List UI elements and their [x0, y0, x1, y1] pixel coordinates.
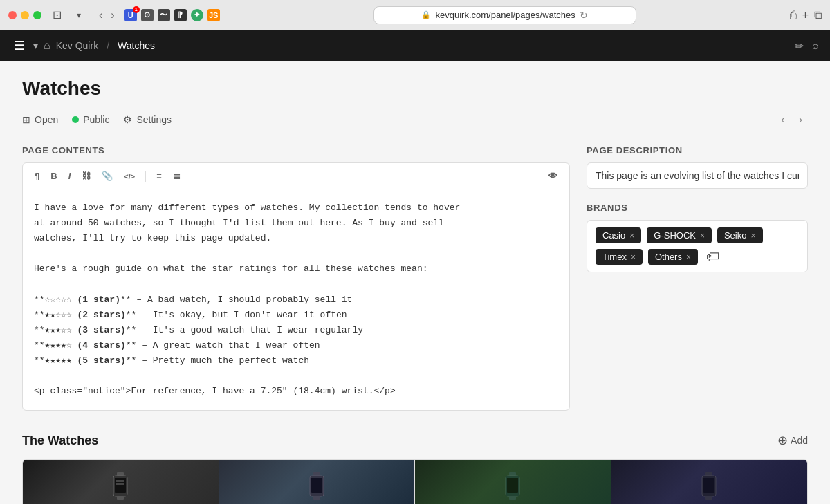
watch-image-w86: [611, 460, 808, 504]
extension-icon-1[interactable]: U 1: [124, 9, 137, 21]
svg-rect-14: [706, 472, 712, 476]
toolbar-separator-1: [145, 171, 146, 182]
watch-icon-f91w: [110, 472, 131, 503]
page-title: Watches: [22, 77, 808, 100]
brand-tag-timex-remove-button[interactable]: ×: [631, 253, 636, 261]
settings-icon: ⚙: [123, 114, 132, 125]
search-button[interactable]: ⌕: [812, 39, 819, 52]
toolbar-code-button[interactable]: </>: [120, 170, 138, 183]
editor-content-area[interactable]: I have a love for many different types o…: [23, 189, 569, 410]
toolbar-ordered-list-button[interactable]: ≣: [169, 169, 184, 183]
main-content: Watches ⊞ Open Public ⚙ Settings ‹ › Pag…: [0, 61, 830, 504]
nav-dropdown-button[interactable]: ▾: [33, 40, 38, 51]
breadcrumb-home-link[interactable]: Kev Quirk: [56, 40, 98, 51]
watch-card-f94w: Casio F-94W Casio ···: [415, 460, 611, 504]
page-description-section-title: Page Description: [587, 145, 808, 156]
next-page-button[interactable]: ›: [793, 111, 808, 129]
brands-section-title: Brands: [587, 203, 808, 213]
svg-rect-13: [509, 496, 516, 500]
brand-tag-seiko-label: Seiko: [724, 230, 747, 241]
svg-rect-2: [115, 478, 126, 493]
open-icon: ⊞: [22, 114, 30, 125]
reload-button[interactable]: ↻: [580, 10, 588, 21]
toolbar-unordered-list-button[interactable]: ≡: [153, 169, 165, 183]
watch-image-f84w: [219, 460, 415, 504]
svg-rect-6: [313, 472, 320, 476]
breadcrumb-current-page: Watches: [118, 40, 155, 51]
public-status-button[interactable]: Public: [72, 114, 109, 125]
tabs-overview-button[interactable]: ⧉: [814, 9, 822, 21]
svg-rect-4: [116, 480, 124, 482]
svg-rect-16: [703, 478, 714, 493]
extension-icon-5[interactable]: ✦: [191, 9, 203, 21]
brand-tag-timex-label: Timex: [602, 252, 627, 262]
public-label: Public: [83, 114, 109, 125]
watch-image-f94w: [415, 460, 611, 504]
page-actions-row: ⊞ Open Public ⚙ Settings ‹ ›: [22, 111, 808, 129]
close-window-button[interactable]: [8, 11, 17, 19]
toolbar-link-button[interactable]: ⛓: [78, 169, 94, 183]
brand-tag-casio-remove-button[interactable]: ×: [629, 232, 634, 240]
extension-icon-3[interactable]: 〜: [158, 9, 170, 21]
previous-page-button[interactable]: ‹: [775, 111, 790, 129]
toolbar-paragraph-button[interactable]: ¶: [31, 169, 43, 183]
minimize-window-button[interactable]: [21, 11, 29, 19]
toolbar-attach-button[interactable]: 📎: [98, 169, 116, 183]
svg-rect-10: [509, 472, 516, 476]
open-label: Open: [35, 114, 58, 125]
brand-tag-gshock: G-SHOCK ×: [647, 227, 712, 243]
watches-section: The Watches ⊕ Add: [22, 433, 808, 504]
extension-icon-4[interactable]: ⁋: [174, 9, 187, 21]
editor-toolbar: ¶ B I ⛓ 📎 </> ≡ ≣ 👁: [23, 163, 569, 189]
forward-button[interactable]: ›: [108, 8, 117, 23]
svg-rect-9: [313, 496, 320, 500]
toolbar-visibility-button[interactable]: 👁: [545, 169, 561, 183]
address-bar-container: 🔒 kevquirk.com/panel/pages/watches ↻: [227, 6, 783, 24]
watch-icon-w86: [699, 472, 719, 503]
new-tab-button[interactable]: +: [802, 9, 809, 21]
watch-card-f84w: Casio F-84W Casio ···: [219, 460, 416, 504]
svg-rect-17: [706, 496, 712, 500]
brand-tag-casio: Casio ×: [596, 227, 641, 243]
add-watch-icon: ⊕: [777, 433, 788, 448]
add-brand-tag-button[interactable]: 🏷: [706, 249, 720, 265]
extension-icon-6[interactable]: JS: [208, 9, 220, 21]
sidebar-column: Page Description Brands Casio × G-SHOCK …: [587, 145, 808, 411]
page-contents-section-title: Page Contents: [22, 145, 570, 156]
extension-badge: 1: [133, 6, 140, 13]
hamburger-menu-button[interactable]: ☰: [11, 35, 28, 56]
add-watch-button[interactable]: ⊕ Add: [777, 433, 808, 448]
browser-navigation: ‹ ›: [96, 8, 118, 23]
page-description-input[interactable]: [587, 162, 808, 189]
extension-icons: U 1 ⊙ 〜 ⁋ ✦ JS: [124, 9, 220, 21]
watch-icon-f94w: [502, 472, 523, 503]
open-page-button[interactable]: ⊞ Open: [22, 114, 58, 125]
brand-tag-others-remove-button[interactable]: ×: [686, 253, 691, 261]
settings-label: Settings: [136, 114, 172, 125]
sidebar-dropdown-button[interactable]: ▾: [73, 9, 85, 21]
edit-page-button[interactable]: ✏: [795, 39, 804, 53]
maximize-window-button[interactable]: [33, 11, 42, 19]
toolbar-italic-button[interactable]: I: [65, 169, 75, 183]
page-navigation-arrows: ‹ ›: [775, 111, 808, 129]
add-watch-label: Add: [791, 435, 808, 446]
sidebar-toggle-button[interactable]: ⊡: [48, 7, 66, 23]
svg-rect-0: [117, 472, 124, 476]
address-bar[interactable]: 🔒 kevquirk.com/panel/pages/watches ↻: [374, 6, 636, 24]
toolbar-right: 👁: [545, 169, 561, 183]
extension-icon-2[interactable]: ⊙: [141, 9, 154, 21]
brand-tag-gshock-label: G-SHOCK: [654, 230, 696, 241]
brand-tag-seiko: Seiko ×: [717, 227, 763, 243]
brands-tags-area: Casio × G-SHOCK × Seiko × Timex ×: [587, 220, 808, 272]
public-status-dot: [72, 116, 79, 123]
svg-rect-8: [311, 478, 322, 493]
back-button[interactable]: ‹: [96, 8, 105, 23]
share-button[interactable]: ⎙: [790, 9, 797, 21]
brand-tag-gshock-remove-button[interactable]: ×: [700, 232, 705, 240]
settings-button[interactable]: ⚙ Settings: [123, 114, 172, 125]
toolbar-bold-button[interactable]: B: [47, 169, 60, 183]
top-nav-right: ✏ ⌕: [795, 39, 819, 53]
url-text: kevquirk.com/panel/pages/watches: [435, 10, 575, 20]
brand-tag-seiko-remove-button[interactable]: ×: [750, 232, 755, 240]
brand-tag-timex: Timex ×: [596, 249, 643, 265]
